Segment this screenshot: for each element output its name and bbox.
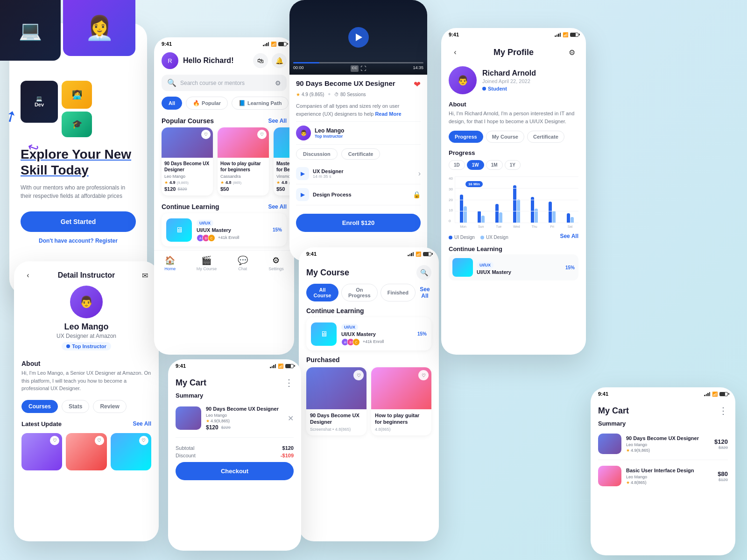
purch-card-2[interactable]: ♡ How to play guitar for beginners 4.8(8… [371,367,431,435]
back-button[interactable]: ‹ [21,269,35,282]
time-filter: 1D 1W 1M 1Y [449,160,578,170]
certificate-tab[interactable]: Certificate [341,148,381,160]
profile-role-badge: Student [482,86,536,91]
discussion-tab[interactable]: Discussion [296,148,338,160]
cart-more-icon[interactable]: ⋮ [719,405,728,416]
all-course-tab[interactable]: All Course [306,284,338,301]
lesson-item-2[interactable]: ▶ Design Process 🔒 [296,184,421,205]
lesson-name-1: UX Designer [313,168,343,174]
get-started-button[interactable]: Get Started [21,211,136,232]
bag-icon[interactable]: 🛍 [253,53,268,68]
instructor-name: Leo Mango [64,322,109,332]
fav-btn-1[interactable]: ♡ [201,130,211,139]
course-card-2[interactable]: ♡ How to play guitar for beginners Cassa… [218,127,269,196]
settings-icon-profile[interactable]: ⚙ [565,46,578,59]
cart-med-bottom: Subtotal $120 Discount -$109 Checkout [168,441,301,484]
search-bar[interactable]: 🔍 Search course or mentors ⚙ [162,75,287,91]
cart-item-2[interactable]: Basic User Interface Design Leo Mango ★ … [591,463,735,489]
cl-card[interactable]: UI/UX UI/UX Mastery 15% [449,254,578,280]
see-all-courses-button[interactable]: See All [418,284,431,301]
cart-item-instructor-1: Leo Mango [626,442,710,447]
lesson-item-1[interactable]: ▶ UX Designer 14 m 35 s › [296,163,421,184]
filter-1m[interactable]: 1M [486,160,503,170]
latest-card-3: ♡ [111,433,151,470]
fav-btn-2[interactable]: ♡ [257,130,267,139]
finished-tab[interactable]: Finished [381,284,416,301]
continue-title-1: UI/UX Mastery [197,227,268,233]
cart-item-instructor-2: Leo Mango [626,475,713,479]
user-avatar-home[interactable]: R [162,52,178,69]
favorite-icon-1[interactable]: ♡ [50,436,59,445]
search-button-mc[interactable]: 🔍 [416,265,431,280]
summary-label-cart: Summary [591,420,735,431]
favorite-icon-2[interactable]: ♡ [95,436,104,445]
instructor-row: 👨 Leo Mango Top Instructor [296,121,421,145]
my-course-tab-profile[interactable]: My Course [486,131,524,143]
stats-tab[interactable]: Stats [62,400,89,413]
status-time-profile: 9:41 [449,32,459,37]
pill-popular[interactable]: 🔥Popular [186,97,228,110]
search-input[interactable]: Search course or mentors [180,80,271,86]
purch-card-1[interactable]: ♡ 90 Days Become UX Designer Screenshat … [306,367,366,435]
see-all-latest-button[interactable]: See All [133,420,151,427]
nav-settings[interactable]: ⚙ Settings [268,255,284,271]
cart-item-price-col-2: $80 $120 [718,470,728,482]
checkout-button[interactable]: Checkout [176,462,294,480]
nav-home[interactable]: 🏠 Home [164,255,176,271]
fav-purch-1[interactable]: ♡ [353,370,364,380]
bell-icon[interactable]: 🔔 [272,53,287,68]
continue-card-1[interactable]: 🖥 UI/UX UI/UX Mastery A B C +41k Enroll … [162,213,287,246]
video-fullscreen-icon[interactable]: ⛶ [360,65,366,72]
course-favorite-icon[interactable]: ❤ [414,79,421,90]
pill-learning-path[interactable]: 📘Learning Path [232,97,289,110]
see-all-continue-button[interactable]: See All [268,203,287,210]
filter-icon[interactable]: ⚙ [275,79,281,87]
discount-val: -$109 [281,453,294,458]
nav-mycourse[interactable]: 🎬 My Course [197,255,217,271]
chat-nav-label: Chat [238,266,247,271]
continue-card-mc[interactable]: 🖥 UI/UX UI/UX Mastery A B C +41k Enroll … [306,317,431,350]
latest-update-label: Latest Update [21,420,62,427]
hero-image-1: 💻Dev [21,81,58,123]
chart-area: 40 30 20 10 0 1 [449,175,578,240]
message-icon[interactable]: ✉ [138,269,151,282]
course-card-1[interactable]: ♡ 90 Days Become UX Designer Leo Mango ★… [162,127,213,196]
back-button-profile[interactable]: ‹ [449,46,462,59]
cart-med-item[interactable]: 90 Days Become UX Designer Leo Mango ★ 4… [168,403,301,434]
fav-purch-2[interactable]: ♡ [418,370,429,380]
chart-legend: UI Design UX Design [449,235,508,240]
inst-name-detail: Leo Mango [315,127,344,134]
review-tab[interactable]: Review [93,400,126,413]
category-pills: All 🔥Popular 📘Learning Path 📱Comp [154,95,294,113]
cart-med-more-icon[interactable]: ⋮ [284,377,294,388]
continue-learning-header: Continue Learning See All [154,199,294,213]
cart-title: My Cart [598,406,629,416]
enroll-button[interactable]: Enroll $120 [296,214,421,232]
favorite-icon-3[interactable]: ♡ [139,436,148,445]
see-all-progress-button[interactable]: See All [560,233,578,239]
video-current-time: 00:00 [293,65,304,72]
cl-info: UI/UX UI/UX Mastery [477,260,562,275]
phone-home: 9:41 📶 R Hello Richard! 🛍 🔔 🔍 Search cou… [154,37,294,355]
wifi-icon-cart: 📶 [712,392,718,397]
cart-item-1[interactable]: 90 Days Become UX Designer Leo Mango ★ 4… [591,431,735,457]
on-progress-tab[interactable]: On Progress [341,284,378,301]
pill-all[interactable]: All [162,97,182,110]
nav-chat[interactable]: 💬 Chat [238,255,248,271]
instructor-avatar: 👨 [70,286,103,318]
filter-1d[interactable]: 1D [449,160,465,170]
cl-badge: UI/UX [477,262,493,268]
certificate-tab-profile[interactable]: Certificate [527,131,564,143]
play-button[interactable] [348,27,369,48]
purchased-label: Purchased [299,354,439,367]
courses-tab[interactable]: Courses [21,400,58,413]
progress-tab-profile[interactable]: Progress [449,131,483,143]
subtotal-val: $120 [282,445,294,451]
progress-section: Progress 1D 1W 1M 1Y 40 30 20 10 0 [449,149,578,240]
filter-1w[interactable]: 1W [467,160,484,170]
profile-header: ‹ My Profile ⚙ [441,39,586,63]
cart-med-delete-icon[interactable]: ✕ [288,414,294,423]
see-all-popular-button[interactable]: See All [268,118,287,124]
read-more-link[interactable]: Read More [375,111,401,117]
filter-1y[interactable]: 1Y [505,160,521,170]
